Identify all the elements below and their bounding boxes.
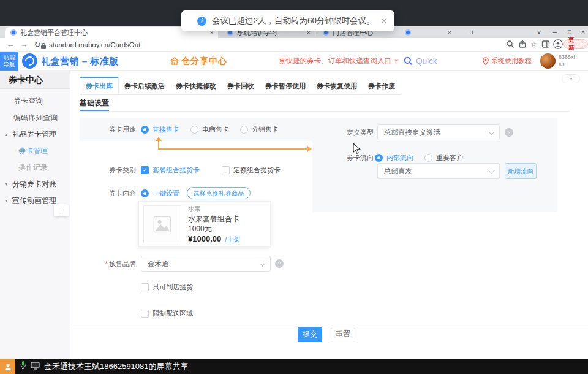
minimize-button[interactable]: – — [549, 27, 561, 38]
tutorial-label: 系统使用教程 — [491, 56, 532, 66]
add-flow-button[interactable]: 新增流向 — [505, 163, 537, 179]
product-price: ¥1000.00 — [188, 234, 221, 243]
screen-share-taskbar: 金禾通技术王斌18662591081的屏幕共享 — [0, 359, 588, 374]
zoom-icon[interactable] — [506, 40, 514, 51]
tab-card-outbound[interactable]: 券卡出库 — [80, 77, 119, 94]
card-content-row: 券卡内容 一键设置 选择兑换礼券商品 — [80, 186, 251, 200]
tab-close-icon[interactable]: × — [443, 29, 456, 36]
product-status-link[interactable]: /上架 — [225, 235, 240, 243]
radio-important-customer-label[interactable]: 重要客户 — [436, 153, 463, 162]
window-close-button[interactable]: × — [577, 27, 588, 38]
tab-card-recycle[interactable]: 券卡回收 — [222, 77, 260, 94]
define-type-select[interactable]: 总部直接定义激活 — [377, 124, 500, 140]
checkbox-fixed-combo-card[interactable] — [222, 166, 230, 174]
choose-gift-products-button[interactable]: 选择兑换礼券商品 — [187, 187, 251, 199]
profile-icon[interactable] — [553, 39, 563, 52]
reset-button[interactable]: 重置 — [331, 327, 355, 342]
toast-message: 会议已超过2人，自动转为60分钟限时会议。 — [212, 15, 375, 26]
tab-card-resume[interactable]: 券卡恢复使用 — [311, 77, 363, 94]
sidebar-item-gift-card-management[interactable]: ▴ 礼品券卡管理 — [0, 126, 70, 143]
more-menu-icon[interactable]: ⋮ — [579, 41, 585, 47]
app-title: 礼盒营销 – 标准版 — [41, 52, 119, 71]
caret-down-icon: ▾ — [5, 176, 7, 193]
sidebar-title: 券卡中心 — [0, 71, 70, 89]
screen-share-icon — [31, 361, 40, 372]
main-tabbar: 券卡出库 券卡后续激活 券卡快捷修改 券卡回收 券卡暂停使用 券卡恢复使用 券卡… — [80, 77, 401, 95]
sidebar-item-code-sequence-query[interactable]: 编码序列查询 — [0, 110, 70, 126]
tab-card-void[interactable]: 券卡作废 — [363, 77, 401, 94]
side-panel-icon[interactable] — [541, 40, 550, 51]
radio-internal-flow-label[interactable]: 内部流向 — [386, 153, 413, 162]
radio-direct-sale-label[interactable]: 直接售卡 — [153, 125, 179, 134]
checkbox-limit-delivery-region[interactable] — [141, 310, 149, 318]
sidebar-item-operation-log[interactable]: 操作记录 — [0, 159, 70, 176]
radio-important-customer[interactable] — [424, 154, 432, 162]
flow-direction-select[interactable]: 总部直发 — [377, 163, 500, 179]
new-tab-button[interactable]: + — [467, 28, 478, 37]
checkbox-combo-pickup-card[interactable]: ✓ — [141, 166, 149, 174]
radio-internal-flow[interactable] — [375, 154, 383, 162]
panel-collapse-button[interactable]: » — [562, 74, 580, 83]
radio-distribution-sale[interactable] — [240, 126, 248, 134]
presale-brand-help-icon[interactable]: ? — [275, 259, 284, 268]
presale-brand-select[interactable]: 金禾通 — [141, 256, 271, 272]
toast-close-icon[interactable]: × — [382, 16, 386, 26]
radio-direct-sale[interactable] — [141, 126, 149, 134]
tab-card-quick-edit[interactable]: 券卡快捷修改 — [170, 77, 222, 94]
submit-button[interactable]: 提交 — [298, 327, 322, 342]
share-center-link[interactable]: 仓分享中心 — [170, 52, 227, 71]
checkbox-limit-delivery-region-label[interactable]: 限制配送区域 — [153, 309, 193, 318]
radio-distribution-sale-label[interactable]: 分销售卡 — [252, 125, 279, 134]
sidebar-item-distribution-reconciliation[interactable]: ▾ 分销券卡对账 — [0, 176, 70, 193]
checkbox-fixed-combo-card-label[interactable]: 定额组合提货卡 — [233, 166, 281, 175]
url-address-bar[interactable]: standard.maboy.cn/CardsOut — [49, 38, 140, 52]
user-avatar[interactable] — [540, 53, 556, 69]
flow-direction-value: 总部直发 — [378, 164, 499, 178]
browser-update-button[interactable]: 更新 ⋮ — [564, 39, 588, 49]
define-type-help-icon[interactable]: ? — [505, 128, 513, 137]
tab-card-followup-activation[interactable]: 券卡后续激活 — [119, 77, 170, 94]
function-nav-toggle[interactable]: 功能 导航 — [0, 52, 18, 71]
username: 8385xh — [559, 54, 577, 61]
forward-button[interactable]: → — [18, 38, 29, 52]
delivery-region-row: 限制配送区域 — [141, 308, 193, 318]
radio-one-key-setup[interactable] — [141, 189, 149, 197]
checkbox-combo-pickup-card-label[interactable]: 套餐组合提货卡 — [153, 166, 200, 175]
sidebar-item-label: 礼品券卡管理 — [12, 130, 56, 139]
window-menu-chevron[interactable]: ∨ — [533, 27, 545, 38]
subtab-divider — [80, 111, 570, 112]
tutorial-link[interactable]: 系统使用教程 — [483, 52, 532, 71]
sidebar-item-card-management-active[interactable]: 券卡管理 — [0, 143, 70, 159]
card-usage-label: 券卡用途 — [80, 125, 136, 134]
nav-toggle-line2: 导航 — [0, 61, 18, 67]
card-content-label: 券卡内容 — [80, 189, 136, 198]
user-meta: 8385xh xh — [559, 54, 577, 67]
checkbox-store-pickup-only[interactable] — [141, 283, 149, 291]
radio-ecommerce-sale-label[interactable]: 电商售卡 — [202, 125, 229, 134]
share-icon[interactable] — [518, 40, 527, 51]
caret-down-icon: ▾ — [5, 193, 7, 209]
quick-search-link[interactable]: Quick — [404, 52, 437, 71]
tab-card-suspend[interactable]: 券卡暂停使用 — [260, 77, 311, 94]
toast-notification: i 会议已超过2人，自动转为60分钟限时会议。 × — [181, 10, 394, 31]
promo-text: 更快捷的券卡、订单和快递查询入口 — [279, 52, 391, 71]
product-price-row: ¥1000.00/上架 — [188, 234, 240, 244]
tab-title: 礼盒营销平台管理中心 — [20, 28, 206, 37]
sidebar-collapse-handle[interactable]: ☰ — [54, 204, 69, 216]
bookmark-star-icon[interactable]: ☆ — [530, 38, 537, 52]
sidebar-item-card-query[interactable]: 券卡查询 — [0, 93, 70, 110]
presale-brand-value: 金禾通 — [141, 256, 270, 271]
radio-one-key-setup-label[interactable]: 一键设置 — [153, 189, 179, 198]
subtab-basic-settings[interactable]: 基础设置 — [80, 96, 109, 110]
flow-arrow-up-head — [156, 137, 162, 141]
product-info: 水果 水果套餐组合卡 1000元 ¥1000.00/上架 — [188, 204, 240, 244]
product-name: 水果套餐组合卡 — [188, 214, 240, 224]
caret-up-icon: ▴ — [5, 126, 7, 143]
back-button[interactable]: ← — [5, 38, 16, 52]
checkbox-store-pickup-only-label[interactable]: 只可到店提货 — [153, 283, 193, 292]
radio-ecommerce-sale[interactable] — [190, 126, 198, 134]
product-card: 水果 水果套餐组合卡 1000元 ¥1000.00/上架 — [138, 201, 271, 247]
share-center-label: 仓分享中心 — [181, 56, 227, 67]
microphone-icon[interactable] — [20, 361, 26, 372]
browser-tab[interactable]: × — [399, 27, 456, 38]
